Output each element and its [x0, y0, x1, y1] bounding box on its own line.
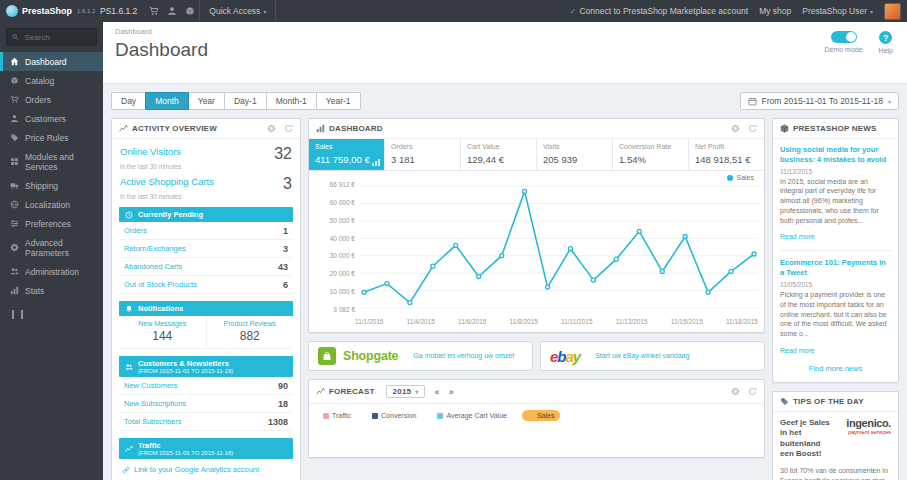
sidebar-item-administration[interactable]: Administration: [0, 262, 103, 281]
gear-icon[interactable]: [731, 387, 740, 396]
tab-visits[interactable]: Visits 205 939: [537, 139, 613, 170]
tab-cart-value[interactable]: Cart Value 129,44 €: [461, 139, 537, 170]
sidebar-item-dashboard[interactable]: Dashboard: [0, 52, 103, 71]
find-more-news-link[interactable]: Find more news: [780, 357, 891, 375]
period-month-1-button[interactable]: Month-1: [266, 92, 317, 110]
forecast-legend-traffic[interactable]: Traffic: [317, 410, 357, 421]
tab-label: Visits: [543, 143, 606, 150]
refresh-icon[interactable]: [284, 124, 293, 133]
sidebar-item-label: Stats: [25, 286, 44, 296]
quick-access-menu[interactable]: Quick Access ▾: [199, 0, 276, 22]
globe-icon: [10, 200, 19, 209]
gear-icon[interactable]: [267, 124, 276, 133]
google-analytics-link[interactable]: Link to your Google Analytics account: [118, 459, 294, 474]
pending-row: Abandoned Carts 43: [119, 258, 293, 276]
avatar[interactable]: [884, 3, 901, 20]
refresh-icon[interactable]: [748, 124, 757, 133]
sidebar-search[interactable]: [6, 28, 97, 46]
collapse-sidebar-button[interactable]: [12, 310, 23, 319]
shopgate-link[interactable]: Ga mobiel en verhoog uw omzet: [413, 352, 514, 361]
out-of-stock-link[interactable]: Out of Stock Products: [124, 280, 197, 289]
total-subscribers-link[interactable]: Total Subscribers: [124, 417, 182, 426]
period-day-button[interactable]: Day: [111, 92, 146, 110]
product-reviews-link[interactable]: Product Reviews 882: [207, 316, 294, 348]
read-more-link[interactable]: Read more: [780, 347, 815, 354]
abandoned-carts-value: 43: [278, 262, 288, 272]
forecast-panel: FORECAST 2015 ▾ « »: [308, 379, 765, 458]
breadcrumb[interactable]: Dashboard: [115, 27, 895, 36]
read-more-link[interactable]: Read more: [780, 233, 815, 240]
forecast-legend-conversion[interactable]: Conversion: [366, 410, 422, 421]
forecast-prev-button[interactable]: «: [434, 387, 439, 397]
news-article-title[interactable]: Ecommerce 101: Payments in a Tweet: [780, 258, 891, 278]
bell-icon: [125, 305, 133, 313]
tab-orders[interactable]: Orders 3 181: [385, 139, 461, 170]
forecast-legend: Traffic Conversion Average Cart Value: [309, 404, 764, 431]
active-carts-link[interactable]: Active Shopping Carts: [120, 176, 214, 187]
period-year-button[interactable]: Year: [188, 92, 225, 110]
period-year-1-button[interactable]: Year-1: [316, 92, 361, 110]
chart-icon: [125, 445, 133, 453]
forecast-legend-average-cart-value[interactable]: Average Cart Value: [431, 410, 512, 421]
tips-icon: [780, 397, 789, 406]
sidebar-item-advanced-parameters[interactable]: Advanced Parameters: [0, 233, 103, 262]
online-visitors-sub: in the last 30 minutes: [120, 163, 292, 170]
new-customers-link[interactable]: New Customers: [124, 381, 177, 390]
period-button-group: Day Month Year Day-1 Month-1 Year-1: [111, 92, 361, 110]
legend-label: Average Cart Value: [446, 412, 506, 419]
sidebar-item-label: Preferences: [25, 219, 71, 229]
sidebar-item-modules[interactable]: Modules and Services: [0, 147, 103, 176]
sidebar-item-stats[interactable]: Stats: [0, 281, 103, 300]
forecast-next-button[interactable]: »: [449, 387, 454, 397]
sidebar-item-catalog[interactable]: Catalog: [0, 71, 103, 90]
conversion-swatch: [372, 413, 378, 419]
help-icon[interactable]: ?: [879, 31, 892, 44]
employee-icon[interactable]: [167, 6, 177, 16]
sales-line-chart[interactable]: [360, 181, 758, 313]
truck-icon: [10, 181, 19, 190]
abandoned-carts-link[interactable]: Abandoned Carts: [124, 262, 182, 271]
online-visitors-link[interactable]: Online Visitors: [120, 146, 181, 157]
sidebar-item-shipping[interactable]: Shipping: [0, 176, 103, 195]
period-month-button[interactable]: Month: [145, 92, 189, 110]
sidebar-item-orders[interactable]: Orders: [0, 90, 103, 109]
product-reviews-label: Product Reviews: [207, 320, 294, 327]
quick-access-label: Quick Access: [209, 6, 260, 16]
tab-label: Cart Value: [467, 143, 530, 150]
marketplace-link[interactable]: ✓ Connect to PrestaShop Marketplace acco…: [570, 6, 748, 16]
tab-label: Conversion Rate: [619, 143, 682, 150]
pending-orders-link[interactable]: Orders: [124, 226, 147, 235]
demo-mode-toggle[interactable]: [831, 31, 857, 43]
tab-conversion-rate[interactable]: Conversion Rate 1.54%: [613, 139, 689, 170]
sidebar-item-price-rules[interactable]: Price Rules: [0, 128, 103, 147]
sidebar-item-preferences[interactable]: Preferences: [0, 214, 103, 233]
sidebar-item-customers[interactable]: Customers: [0, 109, 103, 128]
search-input[interactable]: [23, 32, 91, 43]
sidebar: Dashboard Catalog Orders Customers Price…: [0, 22, 103, 480]
ebay-link[interactable]: Start uw eBay-winkel vandaag: [595, 352, 689, 361]
new-subscriptions-link[interactable]: New Subscriptions: [124, 399, 186, 408]
prestashop-logo[interactable]: PrestaShop 1.6.1.2: [0, 5, 96, 17]
sidebar-item-localization[interactable]: Localization: [0, 195, 103, 214]
shop-cart-icon[interactable]: [149, 6, 159, 16]
new-messages-link[interactable]: New Messages 144: [119, 316, 207, 348]
my-shop-link[interactable]: My shop: [759, 6, 791, 16]
modules-gift-icon[interactable]: [185, 6, 195, 16]
forecast-legend-sales[interactable]: Sales: [522, 410, 561, 421]
sidebar-item-label: Dashboard: [25, 57, 67, 67]
news-article-title[interactable]: Using social media for your business: 4 …: [780, 145, 891, 165]
date-range-picker[interactable]: From 2015-11-01 To 2015-11-18 ▾: [740, 92, 899, 110]
ebay-logo: ebay: [550, 349, 580, 364]
tab-label: Sales: [315, 143, 378, 150]
refresh-icon[interactable]: [748, 387, 757, 396]
forecast-year-select[interactable]: 2015 ▾: [386, 385, 426, 398]
forecast-panel-title: FORECAST: [329, 387, 375, 396]
tab-net-profit[interactable]: Net Profit 148 918,51 €: [689, 139, 764, 170]
period-day-1-button[interactable]: Day-1: [224, 92, 267, 110]
gear-icon[interactable]: [731, 124, 740, 133]
tab-sales[interactable]: Sales 411 759,00 €: [309, 139, 385, 170]
pending-returns-link[interactable]: Return/Exchanges: [124, 244, 186, 253]
user-menu[interactable]: PrestaShop User ▾: [802, 6, 873, 16]
chart-y-axis: 66 912 € 60 000 € 50 000 € 40 000 € 30 0…: [315, 181, 360, 313]
shopgate-logo: Shopgate: [343, 349, 398, 363]
